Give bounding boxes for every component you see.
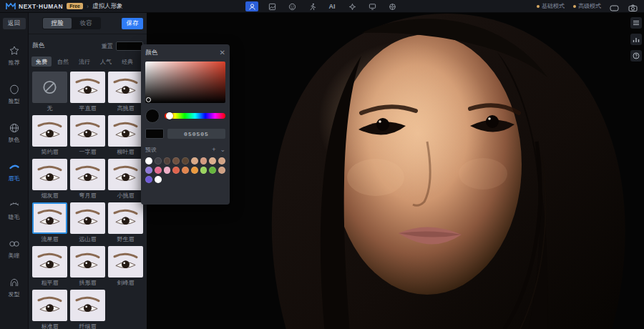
preset-color-dot[interactable] xyxy=(209,157,216,164)
sidebar-item-lash[interactable]: 睫毛 xyxy=(0,194,28,227)
eyebrow-style-cell[interactable]: 柳叶眉 xyxy=(108,115,143,156)
sidebar-item-hair[interactable]: 发型 xyxy=(0,271,28,304)
eyebrow-style-label: 烟灰眉 xyxy=(32,192,67,200)
hex-input[interactable]: 050505 xyxy=(167,129,225,139)
eyebrow-style-cell[interactable]: 粗平眉 xyxy=(32,246,67,287)
help-button[interactable] xyxy=(630,50,642,62)
eyebrow-style-cell[interactable]: 高挑眉 xyxy=(108,72,143,112)
preset-color-dot[interactable] xyxy=(218,167,225,174)
preset-color-dot[interactable] xyxy=(209,167,216,174)
mode-link-basic-label: 基础模式 xyxy=(542,2,565,10)
eyebrow-style-label: 剑峰眉 xyxy=(108,279,143,287)
reset-label[interactable]: 重置 xyxy=(102,42,113,50)
style-tab-2[interactable]: 流行 xyxy=(74,57,94,67)
motion-tool-button[interactable] xyxy=(306,1,318,11)
category-sidebar: 返回 推荐脸型肤色眉毛睫毛美瞳发型 xyxy=(0,13,29,329)
eyebrow-style-cell[interactable]: 标准眉 xyxy=(32,290,67,329)
mode-segmented-control: 捏脸 妆容 xyxy=(42,17,101,29)
preset-color-dot[interactable] xyxy=(182,157,189,164)
sv-cursor[interactable] xyxy=(146,97,151,102)
eyebrow-style-cell[interactable]: 剑峰眉 xyxy=(108,246,143,287)
screen-tool-button[interactable] xyxy=(366,1,379,11)
style-tab-4[interactable]: 经典 xyxy=(117,57,137,67)
style-tab-1[interactable]: 自然 xyxy=(53,57,73,67)
sidebar-item-label: 发型 xyxy=(9,290,20,298)
close-icon[interactable]: ✕ xyxy=(220,49,225,57)
preset-color-dot[interactable] xyxy=(155,157,162,164)
stats-button[interactable] xyxy=(630,34,642,45)
sidebar-item-lens[interactable]: 美瞳 xyxy=(0,232,28,265)
add-preset-icon[interactable]: + xyxy=(212,147,215,153)
sidebar-item-brow[interactable]: 眉毛 xyxy=(0,155,28,188)
sidebar-item-globe[interactable]: 肤色 xyxy=(0,117,28,149)
preset-color-dot[interactable] xyxy=(191,167,198,174)
eyebrow-style-cell[interactable]: 简约眉 xyxy=(32,115,67,156)
category-list: 推荐脸型肤色眉毛睫毛美瞳发型 xyxy=(0,39,28,304)
beta-badge: Free xyxy=(67,3,83,9)
hue-knob[interactable] xyxy=(166,112,173,119)
sidebar-item-label: 肤色 xyxy=(9,136,20,144)
saturation-value-area[interactable] xyxy=(145,62,225,103)
eyebrow-style-cell[interactable]: 远山眉 xyxy=(70,202,105,243)
background-tool-button[interactable] xyxy=(265,1,278,11)
eyebrow-style-cell[interactable]: 弯月眉 xyxy=(70,159,105,200)
sidebar-item-label: 推荐 xyxy=(9,59,20,67)
hex-row: 050505 xyxy=(145,129,225,139)
eyebrow-style-cell[interactable]: 平直眉 xyxy=(70,72,105,112)
eyebrow-style-cell[interactable]: 小挑眉 xyxy=(108,159,143,200)
preset-color-dot[interactable] xyxy=(164,157,171,164)
eyebrow-style-cell[interactable]: 一字眉 xyxy=(70,115,105,156)
record-button[interactable] xyxy=(610,2,620,11)
preset-color-dot[interactable] xyxy=(182,167,189,174)
sidebar-item-star[interactable]: 推荐 xyxy=(0,39,28,72)
preset-color-dot[interactable] xyxy=(155,176,162,183)
back-button[interactable]: 返回 xyxy=(3,18,26,29)
viewport-side-rail xyxy=(630,17,642,62)
mode-link-pro[interactable]: 高级模式 xyxy=(573,2,601,10)
settings-tool-button[interactable] xyxy=(386,1,399,11)
brow-color-swatch[interactable] xyxy=(116,41,143,51)
avatar-tool-button[interactable] xyxy=(245,1,258,11)
collapse-presets-icon[interactable]: ⌄ xyxy=(220,147,225,153)
eyebrow-style-cell[interactable]: 野生眉 xyxy=(108,202,143,243)
eyebrow-style-label: 远山眉 xyxy=(70,235,105,243)
preset-color-dot[interactable] xyxy=(191,157,198,164)
picker-title: 颜色 xyxy=(145,49,157,57)
style-tab-0[interactable]: 免费 xyxy=(31,57,52,67)
hex-color-swatch xyxy=(145,129,164,139)
preset-color-dot[interactable] xyxy=(145,176,152,183)
preset-color-dot[interactable] xyxy=(200,167,208,174)
hue-slider[interactable] xyxy=(165,113,225,119)
eyebrow-style-grid: 无平直眉高挑眉简约眉一字眉柳叶眉烟灰眉弯月眉小挑眉流星眉远山眉野生眉粗平眉拱形眉… xyxy=(29,69,147,329)
eyebrow-style-cell[interactable]: 纤细眉 xyxy=(70,290,105,329)
preset-color-dot[interactable] xyxy=(145,157,152,164)
save-button[interactable]: 保存 xyxy=(122,18,143,29)
eyebrow-style-cell[interactable]: 流星眉 xyxy=(32,202,67,243)
style-tab-3[interactable]: 人气 xyxy=(96,57,116,67)
sidebar-item-label: 眉毛 xyxy=(9,175,20,182)
preset-color-dot[interactable] xyxy=(218,157,225,164)
preset-color-dot[interactable] xyxy=(145,167,152,174)
eyebrow-style-cell[interactable]: 拱形眉 xyxy=(70,246,105,287)
menu-button[interactable] xyxy=(630,17,642,29)
mode-dot-icon xyxy=(537,5,540,8)
mode-link-basic[interactable]: 基础模式 xyxy=(537,2,565,10)
segment-makeup[interactable]: 妆容 xyxy=(72,18,100,29)
preset-color-dot[interactable] xyxy=(155,167,162,174)
eyebrow-style-none[interactable]: 无 xyxy=(32,72,67,112)
segment-sculpt[interactable]: 捏脸 xyxy=(43,18,72,29)
top-toolbar: AI xyxy=(245,0,399,13)
sidebar-item-face[interactable]: 脸型 xyxy=(0,78,28,111)
eyebrow-style-cell[interactable]: 烟灰眉 xyxy=(32,159,67,200)
sidebar-item-label: 睫毛 xyxy=(9,213,20,221)
eyebrow-style-label: 无 xyxy=(32,104,67,112)
preset-color-dot[interactable] xyxy=(172,167,180,174)
expression-tool-button[interactable] xyxy=(286,1,298,11)
effects-tool-button[interactable] xyxy=(346,1,358,11)
preset-color-dot[interactable] xyxy=(200,157,208,164)
camera-button[interactable] xyxy=(628,2,638,11)
preset-color-dot[interactable] xyxy=(164,167,171,174)
preset-color-dot[interactable] xyxy=(172,157,180,164)
current-color-swatch xyxy=(145,109,160,123)
ai-tool-button[interactable]: AI xyxy=(326,1,338,11)
